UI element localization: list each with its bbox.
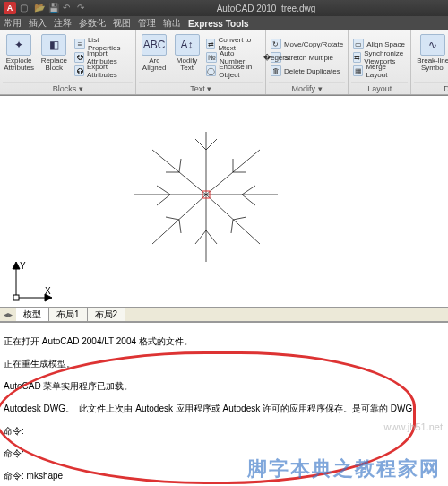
merge-layout-button[interactable]: ▦Merge Layout <box>351 65 408 77</box>
window-title: AutoCAD 2010 tree.dwg <box>88 4 444 13</box>
svg-marker-26 <box>13 262 20 269</box>
tab-nav-icon[interactable]: ◂▸ <box>0 309 16 319</box>
panel-title: Draw <box>414 82 448 94</box>
enclose-icon: ◯ <box>206 65 216 76</box>
panel-title[interactable]: Text ▾ <box>139 82 262 94</box>
menu-item[interactable]: 参数化 <box>79 17 106 30</box>
svg-line-15 <box>152 195 206 244</box>
arc-aligned-button[interactable]: ABCArcAligned <box>139 32 168 82</box>
convert-mtext-button[interactable]: ⇄Convert to Mtext <box>204 38 263 50</box>
arc-text-icon: ABC <box>142 34 167 56</box>
ribbon-panel-draw: ∿Break-lineSymbol ▤SuperHatch Draw <box>411 30 448 94</box>
menu-item[interactable]: 插入 <box>29 17 47 30</box>
enclose-object-button[interactable]: ◯Enclose in Object <box>204 65 263 77</box>
tree-shape-drawing <box>125 123 287 266</box>
list-properties-button[interactable]: ≡List Properties <box>73 38 133 50</box>
delete-icon: 🗑 <box>271 65 281 76</box>
ucs-icon: Y X <box>9 260 54 305</box>
panel-title[interactable]: Blocks ▾ <box>3 82 133 94</box>
cmd-line: Autodesk DWG。 此文件上次由 Autodesk 应用程序或 Auto… <box>4 404 444 415</box>
menu-item-active[interactable]: Express Tools <box>188 19 249 29</box>
mcr-icon: ↻ <box>271 39 281 49</box>
sync-viewports-button[interactable]: ⇆Synchronize Viewports <box>351 51 408 64</box>
ribbon-panel-modify: ↻Move/Copy/Rotate �egersStretch Multiple… <box>266 30 349 94</box>
svg-line-8 <box>242 195 255 205</box>
panel-title[interactable]: Modify ▾ <box>269 82 345 94</box>
svg-line-19 <box>157 186 170 195</box>
stretch-multiple-button[interactable]: �egersStretch Multiple <box>269 51 345 64</box>
replace-block-icon: ◧ <box>41 34 66 56</box>
align-icon: ▭ <box>353 39 364 49</box>
move-copy-rotate-button[interactable]: ↻Move/Copy/Rotate <box>269 38 345 50</box>
svg-line-14 <box>206 230 217 244</box>
cmd-line: 正在重生成模型。 <box>4 359 444 370</box>
breakline-symbol-button[interactable]: ∿Break-lineSymbol <box>414 32 448 82</box>
export-attributes-button[interactable]: ⮉Export Attributes <box>73 65 133 77</box>
merge-icon: ▦ <box>353 65 363 76</box>
titlebar: A ▢ 📂 💾 ↶ ↷ AutoCAD 2010 tree.dwg <box>0 0 448 16</box>
ribbon: ✦ExplodeAttributes ◧ReplaceBlock ≡List P… <box>0 30 448 95</box>
cmd-line: 命令: <box>4 426 444 438</box>
explode-attributes-button[interactable]: ✦ExplodeAttributes <box>3 32 35 82</box>
watermark-url: www.jb51.net <box>384 421 443 432</box>
tab-model[interactable]: 模型 <box>16 308 49 322</box>
export-icon: ⮉ <box>74 65 83 76</box>
qat-open-icon[interactable]: 📂 <box>34 3 45 13</box>
menu-item[interactable]: 注释 <box>54 17 72 30</box>
explode-icon: ✦ <box>6 34 31 56</box>
menu-item[interactable]: 常用 <box>4 17 22 30</box>
import-attributes-button[interactable]: ⮋Import Attributes <box>73 51 133 64</box>
import-icon: ⮋ <box>74 52 84 63</box>
menu-item[interactable]: 输出 <box>163 17 181 30</box>
tab-layout2[interactable]: 布局2 <box>88 308 126 322</box>
svg-line-7 <box>242 186 255 195</box>
drawing-area[interactable]: Y X ◂▸ 模型 布局1 布局2 <box>0 95 448 321</box>
replace-block-button[interactable]: ◧ReplaceBlock <box>38 32 70 82</box>
menu-item[interactable]: 管理 <box>138 17 156 30</box>
modify-text-icon: A↕ <box>175 34 200 56</box>
svg-line-16 <box>166 217 179 220</box>
svg-line-13 <box>195 230 206 244</box>
ribbon-panel-layout: ▭Align Space ⇆Synchronize Viewports ▦Mer… <box>349 30 411 94</box>
svg-line-9 <box>206 195 260 244</box>
breakline-icon: ∿ <box>420 34 445 56</box>
ribbon-panel-blocks: ✦ExplodeAttributes ◧ReplaceBlock ≡List P… <box>0 30 136 94</box>
ribbon-panel-text: ABCArcAligned A↕ModifyText ⇄Convert to M… <box>136 30 265 94</box>
number-icon: № <box>206 52 217 63</box>
qat-redo-icon[interactable]: ↷ <box>77 3 88 13</box>
modify-text-button[interactable]: A↕ModifyText <box>172 32 202 82</box>
qat-new-icon[interactable]: ▢ <box>20 3 30 13</box>
mtext-icon: ⇄ <box>206 39 215 49</box>
quick-access-toolbar: ▢ 📂 💾 ↶ ↷ <box>20 3 88 13</box>
sync-icon: ⇆ <box>353 52 361 63</box>
align-space-button[interactable]: ▭Align Space <box>351 38 408 50</box>
watermark-text: 脚字本典之教程家网 <box>247 456 441 482</box>
svg-text:Y: Y <box>20 261 26 271</box>
cmd-line: AutoCAD 菜单实用程序已加载。 <box>4 381 444 393</box>
svg-line-10 <box>233 217 246 220</box>
list-icon: ≡ <box>74 39 84 49</box>
tab-layout1[interactable]: 布局1 <box>49 308 88 322</box>
svg-line-2 <box>206 139 217 150</box>
menu-item[interactable]: 视图 <box>113 17 131 30</box>
svg-line-23 <box>179 159 181 172</box>
svg-rect-29 <box>13 295 19 300</box>
app-logo[interactable]: A <box>4 2 16 14</box>
qat-undo-icon[interactable]: ↶ <box>63 3 73 13</box>
stretch-icon: �egers <box>271 52 281 63</box>
cmd-line: 正在打开 AutoCAD 2004/LT 2004 格式的文件。 <box>4 336 444 348</box>
layout-tabs: ◂▸ 模型 布局1 布局2 <box>0 307 448 321</box>
svg-line-11 <box>231 220 233 233</box>
panel-title: Layout <box>351 82 408 94</box>
auto-number-button[interactable]: №Auto Number <box>204 51 263 64</box>
svg-text:X: X <box>45 286 51 296</box>
qat-save-icon[interactable]: 💾 <box>48 3 59 13</box>
svg-line-20 <box>157 195 170 205</box>
delete-duplicates-button[interactable]: 🗑Delete Duplicates <box>269 65 345 77</box>
svg-line-17 <box>179 220 181 233</box>
menubar: 常用 插入 注释 参数化 视图 管理 输出 Express Tools <box>0 16 448 30</box>
svg-line-1 <box>195 139 206 150</box>
